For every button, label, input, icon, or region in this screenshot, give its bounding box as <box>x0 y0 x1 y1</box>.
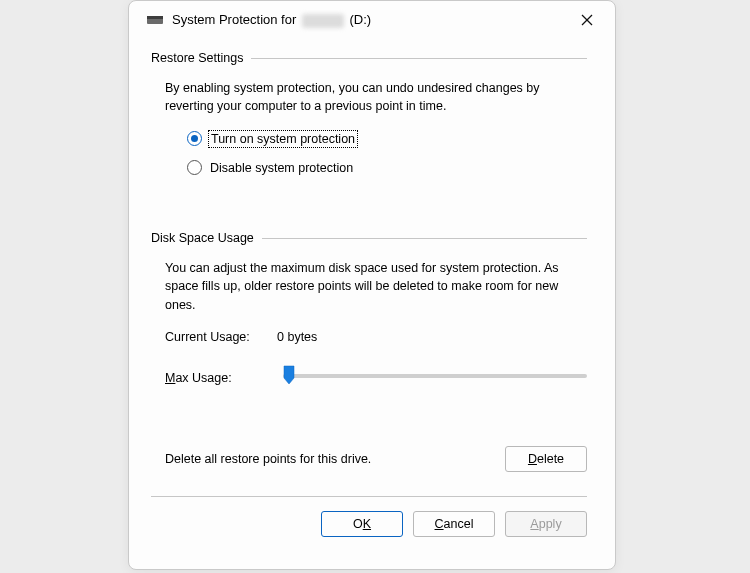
radio-disable-protection[interactable]: Disable system protection <box>187 160 587 175</box>
divider <box>262 238 587 239</box>
titlebar: System Protection for (D:) <box>129 1 615 39</box>
current-usage-value: 0 bytes <box>277 330 317 344</box>
restore-settings-label: Restore Settings <box>151 51 251 65</box>
radio-indicator <box>187 131 202 146</box>
current-usage-row: Current Usage: 0 bytes <box>165 330 587 344</box>
delete-button[interactable]: Delete <box>505 446 587 472</box>
max-usage-slider[interactable] <box>283 366 587 390</box>
disk-usage-description: You can adjust the maximum disk space us… <box>165 259 581 313</box>
close-button[interactable] <box>565 5 609 35</box>
close-icon <box>581 14 593 26</box>
radio-label: Turn on system protection <box>210 132 356 146</box>
max-usage-label: Max Usage: <box>165 371 283 385</box>
max-usage-row: Max Usage: <box>165 366 587 390</box>
apply-button[interactable]: Apply <box>505 511 587 537</box>
radio-turn-on-protection[interactable]: Turn on system protection <box>187 131 587 146</box>
drive-icon <box>147 15 163 25</box>
disk-space-usage-header: Disk Space Usage <box>151 231 587 245</box>
delete-row: Delete all restore points for this drive… <box>165 446 587 472</box>
dialog-footer: OK Cancel Apply <box>129 497 615 537</box>
disk-space-usage-label: Disk Space Usage <box>151 231 262 245</box>
current-usage-label: Current Usage: <box>165 330 277 344</box>
radio-label: Disable system protection <box>210 161 353 175</box>
svg-rect-1 <box>147 16 163 19</box>
slider-thumb[interactable] <box>283 365 295 383</box>
cancel-button[interactable]: Cancel <box>413 511 495 537</box>
protection-radio-group: Turn on system protection Disable system… <box>187 131 587 175</box>
dialog-title: System Protection for (D:) <box>172 12 371 28</box>
delete-description: Delete all restore points for this drive… <box>165 452 505 466</box>
divider <box>251 58 587 59</box>
system-protection-dialog: System Protection for (D:) Restore Setti… <box>128 0 616 570</box>
restore-settings-description: By enabling system protection, you can u… <box>165 79 581 115</box>
radio-indicator <box>187 160 202 175</box>
ok-button[interactable]: OK <box>321 511 403 537</box>
drive-name-redacted <box>302 14 344 28</box>
slider-track <box>283 374 587 378</box>
restore-settings-header: Restore Settings <box>151 51 587 65</box>
